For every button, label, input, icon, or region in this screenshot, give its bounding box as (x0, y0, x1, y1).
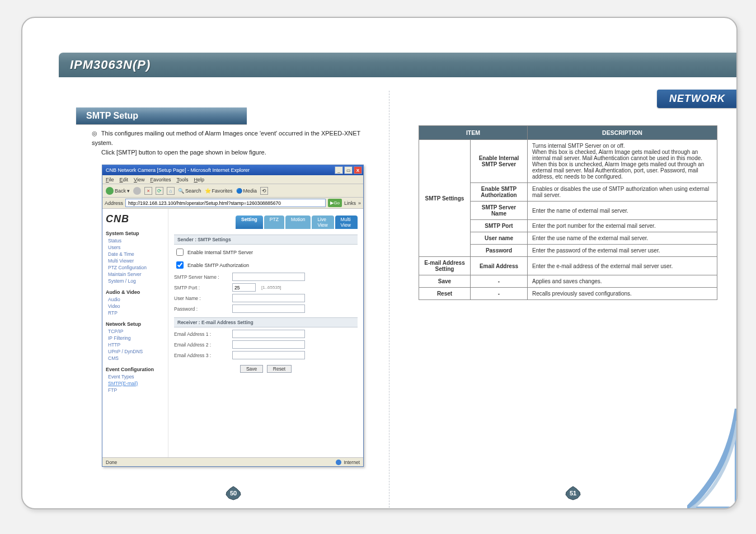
ie-window: CNB Network Camera [Setup Page] - Micros… (102, 165, 364, 467)
input-port[interactable] (232, 283, 256, 292)
ie-toolbar: Back ▾ × ⟳ ⌂ 🔍Search ⭐Favorites 🔵Media ⟲ (102, 184, 363, 198)
lbl-server: SMTP Server Name : (174, 274, 230, 280)
cell-r5-desc: Enter the use name of the external mail … (528, 232, 717, 245)
nav-ftp[interactable]: FTP (108, 387, 165, 393)
go-button[interactable]: ▶ Go (328, 199, 342, 207)
nav-rtp[interactable]: RTP (108, 310, 165, 316)
cell-r8-sub: - (471, 275, 528, 288)
nav-av-title: Audio & Video (106, 289, 165, 295)
intro-line2: Click [SMTP] button to open the page sho… (101, 149, 266, 156)
th-desc: DESCRIPTION (528, 126, 717, 140)
lbl-port: SMTP Port : (174, 285, 230, 291)
home-button[interactable]: ⌂ (167, 186, 175, 196)
header-bar: IPM3063N(P) (59, 53, 738, 77)
input-email3[interactable] (232, 351, 305, 359)
close-button[interactable]: X (354, 166, 362, 174)
forward-button[interactable] (133, 186, 141, 196)
nav-multiviewer[interactable]: Multi Viewer (108, 258, 165, 264)
nav-ipfilter[interactable]: IP Filtering (108, 335, 165, 341)
input-user[interactable] (232, 294, 305, 302)
nav-status[interactable]: Status (108, 238, 165, 243)
cell-r1-sub: Enable Internal SMTP Server (471, 140, 528, 183)
lbl-internal-smtp: Enable Internal SMTP Server (187, 250, 253, 255)
search-button[interactable]: 🔍Search (178, 186, 201, 196)
lbl-pass: Password : (174, 306, 230, 312)
ie-menu: File Edit View Favorites Tools Help (102, 175, 363, 184)
cell-r4-desc: Enter the port number for the external m… (528, 220, 717, 232)
corner-accent (687, 409, 738, 509)
favorites-button[interactable]: ⭐Favorites (205, 186, 233, 196)
section-tag: NETWORK (657, 90, 738, 108)
ie-body: CNB System Setup Status Users Date & Tim… (102, 209, 363, 457)
menu-tools[interactable]: Tools (176, 177, 188, 182)
stop-button[interactable]: × (144, 186, 152, 196)
nav-http[interactable]: HTTP (108, 342, 165, 348)
menu-help[interactable]: Help (194, 177, 204, 182)
tab-motion[interactable]: Motion (285, 216, 311, 229)
cell-r6-sub: Password (471, 245, 528, 257)
chk-internal-smtp[interactable] (176, 249, 184, 256)
cell-r7-sub: Email Address (471, 257, 528, 275)
cell-r7-desc: Enter the e-mail address of the external… (528, 257, 717, 275)
cell-r1-desc: Turns internal SMTP Server on or off. Wh… (528, 140, 717, 183)
nav-date[interactable]: Date & Time (108, 251, 165, 257)
lbl-email1: Email Address 1 : (174, 331, 230, 337)
address-label: Address (105, 200, 123, 206)
nav-syslog[interactable]: System / Log (108, 278, 165, 284)
intro-block: ◎ This configures mailing out method of … (92, 129, 366, 157)
lbl-user: User Name : (174, 296, 230, 301)
nav-maintain[interactable]: Maintain Server (108, 271, 165, 277)
chk-smtp-auth[interactable] (176, 261, 184, 269)
save-button[interactable]: Save (240, 365, 263, 373)
th-item: ITEM (419, 126, 528, 140)
nav-ptz[interactable]: PTZ Configuration (108, 265, 165, 270)
section-title-badge: SMTP Setup (76, 107, 247, 124)
nav-net-title: Network Setup (106, 321, 165, 327)
address-input[interactable] (125, 199, 326, 207)
reset-button[interactable]: Reset (267, 365, 292, 373)
sender-panel-head: Sender : SMTP Settings (174, 235, 358, 245)
menu-view[interactable]: View (134, 177, 144, 182)
minimize-button[interactable]: _ (335, 166, 343, 174)
tab-setting[interactable]: Setting (236, 216, 263, 229)
lbl-email2: Email Address 2 : (174, 342, 230, 348)
media-button[interactable]: 🔵Media (236, 186, 257, 196)
menu-edit[interactable]: Edit (120, 177, 129, 182)
page-frame: IPM3063N(P) NETWORK SMTP Setup ◎ This co… (21, 17, 738, 509)
menu-file[interactable]: File (106, 177, 114, 182)
cell-r9-desc: Recalls previously saved configurations. (528, 288, 717, 300)
input-email1[interactable] (232, 330, 305, 338)
refresh-button[interactable]: ⟳ (156, 186, 163, 196)
nav-cms[interactable]: CMS (108, 355, 165, 361)
port-hint: [1..65535] (261, 285, 281, 290)
nav-tcpip[interactable]: TCP/IP (108, 329, 165, 334)
nav-video[interactable]: Video (108, 303, 165, 309)
input-pass[interactable] (232, 305, 305, 313)
history-button[interactable]: ⟲ (260, 186, 268, 196)
input-server[interactable] (232, 273, 305, 281)
nav-users[interactable]: Users (108, 245, 165, 250)
nav-upnp[interactable]: UPnP / DynDNS (108, 349, 165, 354)
cell-r8-desc: Applies and saves changes. (528, 275, 717, 288)
cell-r2-sub: Enable SMTP Authorization (471, 183, 528, 202)
menu-favorites[interactable]: Favorites (150, 177, 171, 182)
links-label[interactable]: Links (344, 200, 356, 206)
cell-r6-desc: Enter the password of the external mail … (528, 245, 717, 257)
description-table: ITEM DESCRIPTION SMTP Settings Enable In… (419, 125, 717, 300)
back-button[interactable]: Back ▾ (106, 186, 130, 196)
cnb-sidebar: CNB System Setup Status Users Date & Tim… (102, 209, 168, 457)
tab-liveview[interactable]: Live View (312, 216, 334, 229)
ie-address-bar: Address ▶ Go Links » (102, 198, 363, 209)
input-email2[interactable] (232, 340, 305, 349)
nav-smtp[interactable]: SMTP(E-mail) (108, 381, 165, 386)
nav-event-title: Event Configuration (106, 367, 165, 372)
page-divider (389, 91, 389, 509)
bullet-icon: ◎ (92, 129, 100, 138)
nav-eventtypes[interactable]: Event Types (108, 374, 165, 380)
maximize-button[interactable]: ▭ (344, 166, 353, 174)
cnb-logo: CNB (106, 213, 165, 225)
tab-multiview[interactable]: Multi View (335, 216, 358, 229)
tab-ptz[interactable]: PTZ (264, 216, 284, 229)
nav-audio[interactable]: Audio (108, 297, 165, 302)
cell-r5-sub: User name (471, 232, 528, 245)
